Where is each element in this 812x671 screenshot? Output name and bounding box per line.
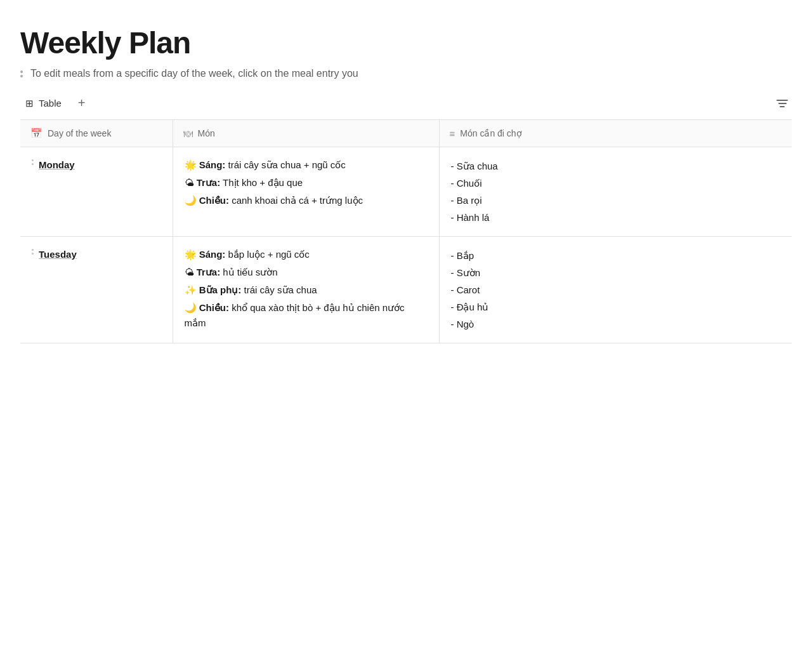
meals-cell-1[interactable]: 🌟 Sáng: bắp luộc + ngũ cốc🌤 Trưa: hủ tiế… bbox=[173, 237, 439, 343]
meals-cell-0[interactable]: 🌟 Sáng: trái cây sữa chua + ngũ cốc🌤 Trư… bbox=[173, 147, 439, 237]
meal-icon: 🌟 bbox=[185, 159, 199, 170]
meal-line-0-2: 🌙 Chiều: canh khoai chả cá + trứng luộc bbox=[185, 193, 428, 208]
shopping-item-0-1: - Chuối bbox=[451, 175, 781, 192]
shopping-item-1-2: - Carot bbox=[451, 281, 781, 298]
calendar-icon: 📅 bbox=[30, 128, 43, 139]
meal-label: Chiều: bbox=[199, 302, 229, 313]
drag-handle-subtitle bbox=[20, 70, 23, 77]
meal-line-1-0: 🌟 Sáng: bắp luộc + ngũ cốc bbox=[185, 247, 428, 262]
table-row[interactable]: Monday🌟 Sáng: trái cây sữa chua + ngũ cố… bbox=[20, 147, 792, 237]
shopping-item-1-4: - Ngò bbox=[451, 316, 781, 333]
col-header-shop: ≡ Món cần đi chợ bbox=[439, 120, 792, 147]
shopping-item-0-3: - Hành lá bbox=[451, 209, 781, 226]
meal-label: Sáng: bbox=[199, 159, 226, 170]
add-view-button[interactable]: + bbox=[74, 95, 89, 112]
filter-icon bbox=[776, 100, 788, 107]
day-cell-1[interactable]: Tuesday bbox=[20, 237, 173, 343]
shopping-item-0-0: - Sữa chua bbox=[451, 157, 781, 175]
table-icon: ⊞ bbox=[25, 98, 34, 109]
meal-label: Chiều: bbox=[199, 195, 229, 206]
shopping-item-1-0: - Bắp bbox=[451, 247, 781, 264]
toolbar: ⊞ Table + bbox=[20, 95, 792, 119]
meal-icon: 🌤 bbox=[185, 177, 197, 188]
col-header-mon: 🍽 Món bbox=[173, 120, 439, 147]
meal-text: hủ tiếu sườn bbox=[220, 267, 278, 277]
dish-icon: 🍽 bbox=[183, 128, 193, 139]
meal-label: Sáng: bbox=[199, 249, 226, 260]
meal-label: Trưa: bbox=[197, 177, 221, 188]
shopping-list: - Bắp- Sườn- Carot- Đậu hủ- Ngò bbox=[451, 247, 781, 333]
table-container: 📅 Day of the week 🍽 Món ≡ Món cần đi chợ bbox=[20, 119, 792, 343]
meal-text: canh khoai chả cá + trứng luộc bbox=[229, 195, 363, 206]
shopping-item-1-3: - Đậu hủ bbox=[451, 298, 781, 316]
meal-text: bắp luộc + ngũ cốc bbox=[225, 249, 309, 260]
meal-text: trái cây sữa chua bbox=[241, 284, 317, 295]
day-label-1: Tuesday bbox=[39, 247, 77, 262]
meal-icon: ✨ bbox=[185, 284, 199, 295]
meal-icon: 🌤 bbox=[185, 267, 197, 277]
table-header-row: 📅 Day of the week 🍽 Món ≡ Món cần đi chợ bbox=[20, 120, 792, 147]
table-view-button[interactable]: ⊞ Table bbox=[20, 95, 67, 112]
col-day-label: Day of the week bbox=[48, 128, 111, 138]
table-row[interactable]: Tuesday🌟 Sáng: bắp luộc + ngũ cốc🌤 Trưa:… bbox=[20, 237, 792, 343]
shopping-cell-0[interactable]: - Sữa chua- Chuối- Ba rọi- Hành lá bbox=[439, 147, 792, 237]
col-header-day: 📅 Day of the week bbox=[20, 120, 173, 147]
meal-line-0-0: 🌟 Sáng: trái cây sữa chua + ngũ cốc bbox=[185, 157, 428, 173]
toolbar-left: ⊞ Table + bbox=[20, 95, 89, 112]
day-cell-0[interactable]: Monday bbox=[20, 147, 173, 237]
meal-icon: 🌟 bbox=[185, 249, 199, 260]
subtitle-bar: To edit meals from a specific day of the… bbox=[20, 68, 792, 79]
meal-label: Trưa: bbox=[197, 267, 221, 277]
drag-handle bbox=[32, 157, 34, 165]
meal-text: Thịt kho + đậu que bbox=[220, 177, 303, 188]
subtitle-text: To edit meals from a specific day of the… bbox=[30, 68, 358, 79]
meal-label: Bữa phụ: bbox=[199, 284, 242, 295]
weekly-plan-table: 📅 Day of the week 🍽 Món ≡ Món cần đi chợ bbox=[20, 119, 792, 343]
page-title: Weekly Plan bbox=[20, 25, 792, 60]
list-icon: ≡ bbox=[450, 128, 455, 139]
col-mon-label: Món bbox=[198, 128, 215, 138]
meal-line-1-2: ✨ Bữa phụ: trái cây sữa chua bbox=[185, 282, 428, 298]
meal-line-1-1: 🌤 Trưa: hủ tiếu sườn bbox=[185, 265, 428, 280]
shopping-item-0-2: - Ba rọi bbox=[451, 192, 781, 209]
shopping-item-1-1: - Sườn bbox=[451, 264, 781, 281]
drag-handle bbox=[32, 247, 34, 255]
meal-icon: 🌙 bbox=[185, 195, 199, 206]
col-shop-label: Món cần đi chợ bbox=[460, 128, 521, 138]
meal-line-1-3: 🌙 Chiều: khổ qua xào thịt bò + đậu hủ ch… bbox=[185, 300, 428, 331]
meal-icon: 🌙 bbox=[185, 302, 199, 313]
meal-line-0-1: 🌤 Trưa: Thịt kho + đậu que bbox=[185, 175, 428, 190]
shopping-cell-1[interactable]: - Bắp- Sườn- Carot- Đậu hủ- Ngò bbox=[439, 237, 792, 343]
filter-button[interactable] bbox=[773, 97, 792, 110]
table-label: Table bbox=[39, 98, 62, 109]
day-label-0: Monday bbox=[39, 157, 75, 173]
shopping-list: - Sữa chua- Chuối- Ba rọi- Hành lá bbox=[451, 157, 781, 226]
meal-text: trái cây sữa chua + ngũ cốc bbox=[225, 159, 346, 170]
